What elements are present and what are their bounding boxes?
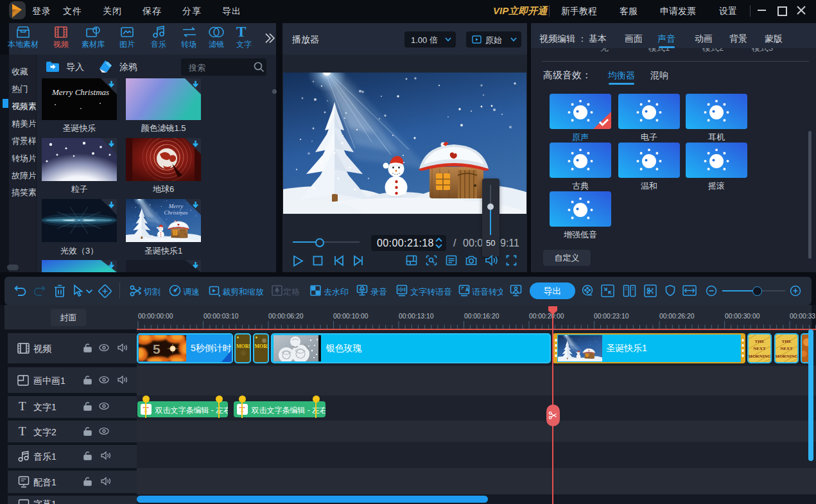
svg-text:00:00:03:10: 00:00:03:10	[204, 313, 239, 320]
svg-text:NEXT: NEXT	[780, 346, 793, 351]
svg-text:00:00:26:20: 00:00:26:20	[659, 313, 695, 320]
svg-text:MORNING: MORNING	[776, 354, 797, 359]
svg-text:00:00:30:00: 00:00:30:00	[725, 313, 760, 320]
svg-text:00:00:00:00: 00:00:00:00	[138, 313, 173, 320]
svg-text:00:00:10:00: 00:00:10:00	[333, 313, 369, 320]
svg-text:MORNING: MORNING	[749, 354, 770, 359]
svg-text:00:00:13:10: 00:00:13:10	[399, 313, 434, 320]
svg-text:NEXT: NEXT	[753, 346, 766, 351]
svg-text:THE: THE	[781, 339, 791, 344]
svg-text:00:00:23:10: 00:00:23:10	[594, 313, 629, 320]
svg-text:00:00:20:00: 00:00:20:00	[529, 313, 564, 320]
svg-text:00:00:16:20: 00:00:16:20	[464, 313, 499, 320]
svg-text:5: 5	[153, 342, 161, 356]
svg-text:00:00:33:10: 00:00:33:10	[790, 313, 816, 320]
svg-text:00:00:06:20: 00:00:06:20	[268, 313, 304, 320]
svg-text:THE: THE	[755, 339, 765, 344]
